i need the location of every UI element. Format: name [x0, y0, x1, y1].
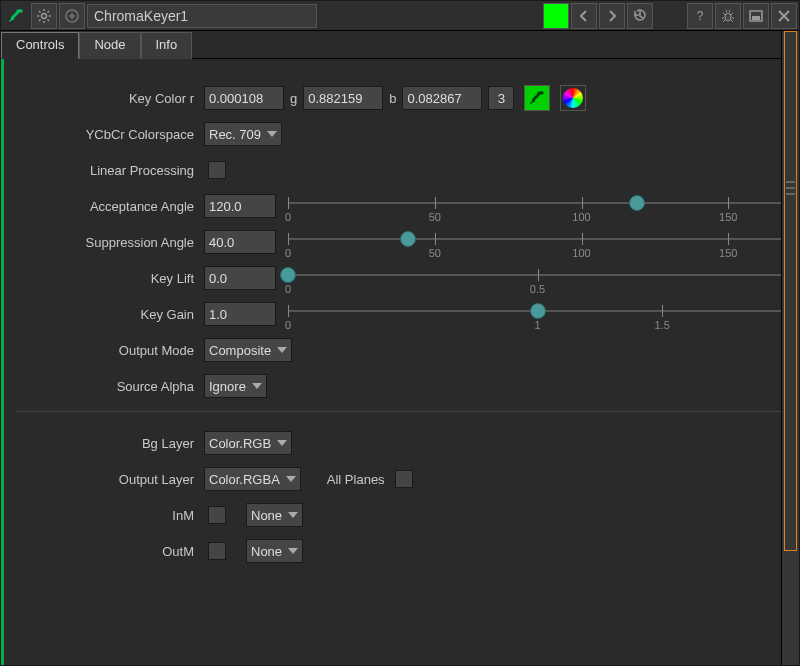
key-lift-label: Key Lift	[16, 271, 204, 286]
inm-label: InM	[16, 508, 204, 523]
key-color-b-field[interactable]	[402, 86, 482, 110]
svg-rect-5	[752, 16, 760, 20]
suppression-angle-slider[interactable]: 050100150	[288, 227, 787, 257]
key-lift-slider[interactable]: 00.51	[288, 263, 787, 293]
tab-bar: Controls Node Info	[1, 31, 799, 59]
output-mode-row: Output Mode Composite	[16, 335, 787, 365]
output-mode-dropdown[interactable]: Composite	[204, 338, 292, 362]
tab-node[interactable]: Node	[79, 32, 140, 59]
key-gain-label: Key Gain	[16, 307, 204, 322]
tab-controls[interactable]: Controls	[1, 32, 79, 59]
layout-button[interactable]	[743, 3, 769, 29]
chevron-down-icon	[288, 548, 298, 554]
key-color-b-label: b	[383, 91, 402, 106]
key-color-r-field[interactable]	[204, 86, 284, 110]
key-gain-row: Key Gain 011.52	[16, 299, 787, 329]
add-button[interactable]	[59, 3, 85, 29]
linear-processing-label: Linear Processing	[16, 163, 204, 178]
acceptance-angle-field[interactable]	[204, 194, 276, 218]
bug-button[interactable]	[715, 3, 741, 29]
slider-thumb[interactable]	[530, 303, 546, 319]
eyedropper-button[interactable]	[3, 3, 29, 29]
tab-label: Controls	[16, 37, 64, 52]
revert-button[interactable]	[627, 3, 653, 29]
bg-layer-label: Bg Layer	[16, 436, 204, 451]
chevron-down-icon	[252, 383, 262, 389]
source-alpha-row: Source Alpha Ignore	[16, 371, 787, 401]
colorspace-label: YCbCr Colorspace	[16, 127, 204, 142]
suppression-angle-field[interactable]	[204, 230, 276, 254]
key-gain-field[interactable]	[204, 302, 276, 326]
acceptance-angle-row: Acceptance Angle 050100150	[16, 191, 787, 221]
rail-grip-icon[interactable]	[786, 181, 795, 195]
bg-layer-row: Bg Layer Color.RGB	[16, 428, 787, 458]
suppression-angle-row: Suppression Angle 050100150	[16, 227, 787, 257]
key-color-label: Key Color r	[16, 91, 204, 106]
tab-label: Info	[156, 37, 178, 52]
close-button[interactable]	[771, 3, 797, 29]
inm-dropdown[interactable]: None	[246, 503, 303, 527]
chevron-down-icon	[288, 512, 298, 518]
colorspace-row: YCbCr Colorspace Rec. 709	[16, 119, 787, 149]
colorspace-dropdown[interactable]: Rec. 709	[204, 122, 282, 146]
eyedropper-picker-button[interactable]	[524, 85, 550, 111]
key-lift-field[interactable]	[204, 266, 276, 290]
source-alpha-label: Source Alpha	[16, 379, 204, 394]
inm-row: InM None	[16, 500, 787, 530]
outm-label: OutM	[16, 544, 204, 559]
output-layer-dropdown[interactable]: Color.RGBA	[204, 467, 301, 491]
outm-checkbox[interactable]	[208, 542, 226, 560]
tab-info[interactable]: Info	[141, 32, 193, 59]
outm-row: OutM None	[16, 536, 787, 566]
key-color-g-label: g	[284, 91, 303, 106]
all-planes-checkbox[interactable]	[395, 470, 413, 488]
source-alpha-dropdown[interactable]: Ignore	[204, 374, 267, 398]
controls-pane: Key Color r g b YCbCr Colorspace Rec. 70…	[1, 59, 799, 665]
node-name-field[interactable]	[87, 4, 317, 28]
key-gain-slider[interactable]: 011.52	[288, 299, 787, 329]
suppression-angle-label: Suppression Angle	[16, 235, 204, 250]
next-button[interactable]	[599, 3, 625, 29]
chevron-down-icon	[277, 440, 287, 446]
divider	[16, 411, 787, 412]
slider-thumb[interactable]	[629, 195, 645, 211]
key-lift-row: Key Lift 00.51	[16, 263, 787, 293]
output-mode-label: Output Mode	[16, 343, 204, 358]
slider-thumb[interactable]	[400, 231, 416, 247]
outm-dropdown[interactable]: None	[246, 539, 303, 563]
help-button[interactable]: ?	[687, 3, 713, 29]
settings-button[interactable]	[31, 3, 57, 29]
svg-point-3	[725, 13, 731, 21]
node-color-swatch[interactable]	[543, 3, 569, 29]
slider-thumb[interactable]	[280, 267, 296, 283]
acceptance-angle-label: Acceptance Angle	[16, 199, 204, 214]
chevron-down-icon	[267, 131, 277, 137]
output-layer-label: Output Layer	[16, 472, 204, 487]
inm-checkbox[interactable]	[208, 506, 226, 524]
output-layer-row: Output Layer Color.RGBA All Planes	[16, 464, 787, 494]
prev-button[interactable]	[571, 3, 597, 29]
rail-marker	[784, 31, 797, 551]
svg-text:?: ?	[697, 9, 704, 23]
tab-label: Node	[94, 37, 125, 52]
toolbar: ?	[1, 1, 799, 31]
color-wheel-button[interactable]	[560, 85, 586, 111]
svg-point-0	[42, 13, 47, 18]
chevron-down-icon	[286, 476, 296, 482]
linear-processing-checkbox[interactable]	[208, 161, 226, 179]
bg-layer-dropdown[interactable]: Color.RGB	[204, 431, 292, 455]
acceptance-angle-slider[interactable]: 050100150	[288, 191, 787, 221]
all-planes-label: All Planes	[321, 472, 391, 487]
key-color-g-field[interactable]	[303, 86, 383, 110]
side-rail[interactable]	[781, 31, 799, 665]
key-color-row: Key Color r g b	[16, 83, 787, 113]
chevron-down-icon	[277, 347, 287, 353]
key-color-step-field[interactable]	[488, 86, 514, 110]
linear-processing-row: Linear Processing	[16, 155, 787, 185]
chromakeyer-panel: ? Controls Node Info Key Color r g b YCb…	[0, 0, 800, 666]
